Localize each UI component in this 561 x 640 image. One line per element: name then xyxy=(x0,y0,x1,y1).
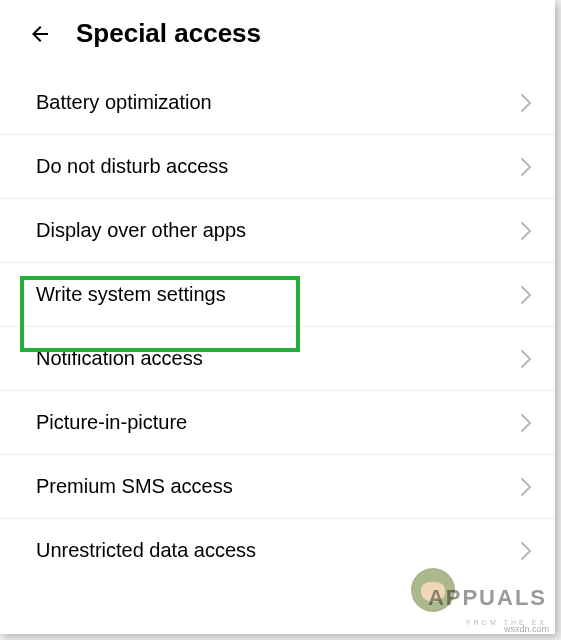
item-do-not-disturb-access[interactable]: Do not disturb access xyxy=(0,135,555,199)
settings-list: Battery optimization Do not disturb acce… xyxy=(0,71,555,582)
item-premium-sms-access[interactable]: Premium SMS access xyxy=(0,455,555,519)
chevron-right-icon xyxy=(521,414,531,432)
watermark-text: APPUALS FROM THE EX xyxy=(428,588,547,628)
back-button[interactable] xyxy=(28,22,52,46)
list-item-label: Premium SMS access xyxy=(36,475,233,498)
chevron-right-icon xyxy=(521,350,531,368)
back-arrow-icon xyxy=(28,21,52,47)
chevron-right-icon xyxy=(521,222,531,240)
chevron-right-icon xyxy=(521,94,531,112)
list-item-label: Unrestricted data access xyxy=(36,539,256,562)
list-item-label: Display over other apps xyxy=(36,219,246,242)
page-title: Special access xyxy=(76,18,261,49)
list-item-label: Write system settings xyxy=(36,283,226,306)
settings-screen: Special access Battery optimization Do n… xyxy=(0,0,555,634)
list-item-label: Picture-in-picture xyxy=(36,411,187,434)
item-notification-access[interactable]: Notification access xyxy=(0,327,555,391)
list-item-label: Battery optimization xyxy=(36,91,212,114)
watermark-brand: APPUALS xyxy=(428,585,547,610)
source-attribution: wsxdn.com xyxy=(504,624,549,634)
item-write-system-settings[interactable]: Write system settings xyxy=(0,263,555,327)
header-bar: Special access xyxy=(0,0,555,71)
item-display-over-other-apps[interactable]: Display over other apps xyxy=(0,199,555,263)
chevron-right-icon xyxy=(521,286,531,304)
item-picture-in-picture[interactable]: Picture-in-picture xyxy=(0,391,555,455)
list-item-label: Do not disturb access xyxy=(36,155,228,178)
list-item-label: Notification access xyxy=(36,347,203,370)
chevron-right-icon xyxy=(521,158,531,176)
chevron-right-icon xyxy=(521,478,531,496)
item-unrestricted-data-access[interactable]: Unrestricted data access xyxy=(0,519,555,582)
chevron-right-icon xyxy=(521,542,531,560)
item-battery-optimization[interactable]: Battery optimization xyxy=(0,71,555,135)
